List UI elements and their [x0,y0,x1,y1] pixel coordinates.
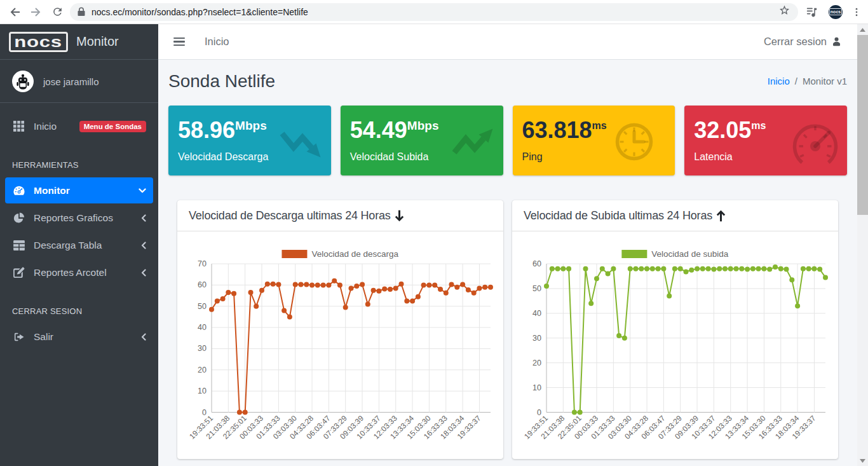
chevron-left-icon [141,214,146,222]
chevron-left-icon [141,242,146,249]
content-header: Sonda Netlife Inicio / Monitor v1 [158,60,857,92]
stats-row: 58.96Mbps Velocidad Descarga 54.49Mbps V… [158,106,857,175]
stat-number: 54.49 [350,117,407,143]
svg-text:20: 20 [532,359,541,367]
address-bar[interactable]: nocs.ec/monitor/sondas.php?nselect=1&cli… [70,3,798,21]
page-title: Sonda Netlife [168,71,275,92]
stat-number: 32.05 [694,117,751,143]
breadcrumb-current: Monitor v1 [803,76,847,86]
svg-text:50: 50 [198,302,207,311]
upload-chart-title: Velocidad de Subida ultimas 24 Horas [524,209,712,223]
brand-link[interactable]: nocs Monitor [0,24,158,60]
nav-header-cerrar-sesion: CERRAR SESION [5,287,153,324]
sidebar-item-reportes-graficos[interactable]: Reportes Graficos [5,205,153,231]
grid-icon [12,121,25,132]
download-chart-card: Velocidad de Descarga ultimas 24 Horas 0… [177,200,503,459]
robot-icon [13,72,32,91]
three-dots-menu-icon [851,6,862,18]
sidebar-item-reportes-arcotel[interactable]: Reportes Arcotel [5,259,153,285]
svg-text:30: 30 [198,344,207,353]
stat-card-ping: 63.818ms Ping [513,106,675,175]
user-panel[interactable]: jose jaramillo [0,60,158,103]
browser-back-button[interactable] [6,3,24,21]
browser-reload-button[interactable] [48,3,66,21]
sidebar-item-label: Reportes Arcotel [34,267,107,278]
svg-text:70: 70 [198,259,207,268]
upload-chart-card: Velocidad de Subida ultimas 24 Horas 010… [512,200,838,459]
scrollbar-up-button[interactable] [857,24,868,35]
scrollbar-down-button[interactable] [857,455,868,466]
breadcrumb: Inicio / Monitor v1 [768,76,847,86]
breadcrumb-separator: / [795,76,797,86]
top-navbar: Inicio Cerrar sesion [158,24,857,60]
gauge-icon [790,118,840,166]
charts-row: Velocidad de Descarga ultimas 24 Horas 0… [158,200,857,459]
svg-text:30: 30 [532,334,541,343]
chevron-left-icon [141,269,146,277]
playlist-music-icon [806,6,818,18]
download-chart-body: 01020304050607019:33:5121:03:3822:35:010… [177,231,503,458]
stat-number: 58.96 [178,117,235,143]
app-window: nocs Monitor jose jaramillo Inicio Menu … [0,24,868,466]
arrow-down-icon [395,210,404,222]
nocs-logo: nocs [9,32,68,52]
screen: nocs.ec/monitor/sondas.php?nselect=1&cli… [0,0,868,466]
browser-forward-button[interactable] [27,3,44,21]
topnav-inicio-link[interactable]: Inicio [205,36,229,48]
star-icon [778,4,790,17]
browser-menu-button[interactable] [848,3,865,21]
scroll-up-arrow-icon [860,28,865,32]
sidebar-nav: Inicio Menu de Sondas HERRAMIENTAS Monit… [0,103,158,356]
download-chart-header: Velocidad de Descarga ultimas 24 Horas [177,200,503,231]
browser-media-button[interactable] [803,3,821,21]
stat-card-velocidad-descarga: 58.96Mbps Velocidad Descarga [168,106,331,175]
stat-unit: Mbps [235,119,267,132]
profile-avatar-label: nocs [829,8,842,15]
sidebar-item-label: Descarga Tabla [34,240,102,251]
hamburger-menu-button[interactable] [173,36,185,48]
svg-text:40: 40 [532,309,541,318]
svg-text:10: 10 [198,387,207,395]
sidebar-item-label: Monitor [34,185,70,196]
browser-toolbar: nocs.ec/monitor/sondas.php?nselect=1&cli… [0,0,868,24]
stat-unit: ms [751,120,766,131]
sidebar-item-descarga-tabla[interactable]: Descarga Tabla [5,232,153,258]
sidebar: nocs Monitor jose jaramillo Inicio Menu … [0,24,158,466]
sign-out-icon [12,331,25,343]
sidebar-item-monitor[interactable]: Monitor [5,177,153,203]
sidebar-item-label: Inicio [34,121,57,132]
logout-label: Cerrar sesion [764,36,827,48]
chevron-left-icon [141,333,146,341]
sidebar-item-label: Reportes Graficos [34,212,113,224]
chart-up-icon [452,128,495,156]
svg-text:20: 20 [198,366,207,374]
pie-chart-icon [12,212,25,224]
sidebar-item-inicio[interactable]: Inicio Menu de Sondas [5,113,153,139]
stat-card-velocidad-subida: 54.49Mbps Velocidad Subida [341,106,503,175]
scrollbar-thumb[interactable] [857,35,868,215]
user-avatar [12,71,34,92]
svg-text:60: 60 [532,259,541,268]
svg-text:0: 0 [537,408,541,417]
stat-number: 63.818 [522,117,592,143]
brand-title: Monitor [76,34,119,49]
svg-text:50: 50 [532,284,541,293]
svg-text:0: 0 [202,408,207,417]
upload-chart: 010203040506019:33:5121:03:3822:35:0100:… [519,237,832,452]
sidebar-item-salir[interactable]: Salir [5,324,153,350]
logout-link[interactable]: Cerrar sesion [764,36,842,48]
download-chart: 01020304050607019:33:5121:03:3822:35:010… [184,237,497,452]
edit-icon [12,267,25,278]
stat-unit: ms [592,120,607,131]
sidebar-item-label: Salir [34,331,53,343]
browser-profile-avatar[interactable]: nocs [829,5,843,19]
page-scrollbar[interactable] [857,24,868,466]
tachometer-icon [12,185,25,196]
url-text[interactable]: nocs.ec/monitor/sondas.php?nselect=1&cli… [92,7,308,17]
table-icon [12,240,25,251]
breadcrumb-inicio-link[interactable]: Inicio [768,76,790,86]
svg-text:Velocidad de subida: Velocidad de subida [651,249,728,259]
chevron-down-icon [139,188,146,193]
bookmark-star-button[interactable] [778,4,790,19]
main-content: Inicio Cerrar sesion Sonda Netlife Inici… [158,24,857,466]
